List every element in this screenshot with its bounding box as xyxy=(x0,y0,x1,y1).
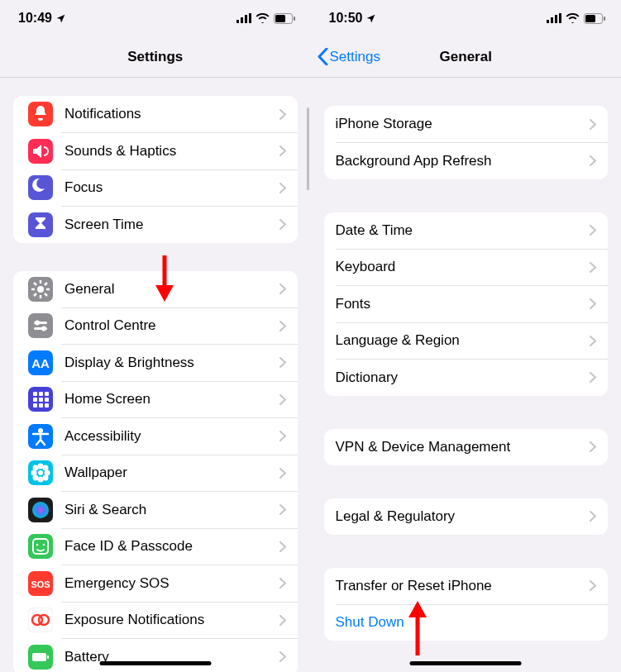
wifi-icon xyxy=(566,13,580,23)
status-time: 10:49 xyxy=(18,11,52,26)
chevron-right-icon xyxy=(590,336,596,346)
annotation-arrow-up-icon xyxy=(406,599,429,657)
row-label: Transfer or Reset iPhone xyxy=(336,578,590,594)
status-bar: 10:49 xyxy=(0,0,311,36)
svg-point-46 xyxy=(36,544,39,546)
settings-row-face-id-passcode[interactable]: Face ID & Passcode xyxy=(13,528,298,565)
chevron-left-icon xyxy=(318,48,328,65)
settings-row-accessibility[interactable]: Accessibility xyxy=(13,418,298,455)
cellular-signal-icon xyxy=(547,13,561,23)
general-screen: 10:50 Settings General iPhone StorageBac… xyxy=(311,0,622,672)
chevron-right-icon xyxy=(279,541,286,552)
settings-row-wallpaper[interactable]: Wallpaper xyxy=(13,455,298,491)
settings-row-screen-time[interactable]: Screen Time xyxy=(13,207,298,243)
settings-row-focus[interactable]: Focus xyxy=(13,169,298,206)
general-row-dictionary[interactable]: Dictionary xyxy=(324,360,609,396)
chevron-right-icon xyxy=(279,651,286,662)
home-indicator[interactable] xyxy=(410,661,522,665)
row-label: Emergency SOS xyxy=(64,575,279,592)
general-row-legal-regulatory[interactable]: Legal & Regulatory xyxy=(324,498,609,535)
settings-row-display-brightness[interactable]: AADisplay & Brightness xyxy=(13,345,298,381)
back-button[interactable]: Settings xyxy=(318,48,380,65)
svg-rect-58 xyxy=(551,17,553,23)
svg-rect-25 xyxy=(39,398,43,402)
settings-row-control-centre[interactable]: Control Centre xyxy=(13,307,298,344)
settings-row-battery[interactable]: Battery xyxy=(13,639,298,673)
home-indicator[interactable] xyxy=(99,661,211,665)
row-label: Fonts xyxy=(336,296,590,312)
svg-point-34 xyxy=(38,464,44,469)
general-row-fonts[interactable]: Fonts xyxy=(324,286,609,322)
general-row-keyboard[interactable]: Keyboard xyxy=(324,249,609,285)
row-label: Siri & Search xyxy=(64,502,279,518)
annotation-arrow-down-icon xyxy=(153,254,176,303)
svg-point-39 xyxy=(43,465,49,471)
svg-rect-0 xyxy=(236,20,239,23)
row-label: iPhone Storage xyxy=(336,116,590,132)
chevron-right-icon xyxy=(279,357,286,368)
settings-row-emergency-sos[interactable]: SOSEmergency SOS xyxy=(13,565,298,602)
svg-rect-28 xyxy=(39,403,43,407)
row-label: Screen Time xyxy=(64,217,279,233)
row-label: Date & Time xyxy=(336,222,590,239)
general-row-date-time[interactable]: Date & Time xyxy=(324,212,609,249)
svg-rect-54 xyxy=(32,653,46,661)
general-row-iphone-storage[interactable]: iPhone Storage xyxy=(324,106,609,142)
svg-rect-5 xyxy=(275,15,285,22)
row-label: Home Screen xyxy=(64,391,279,407)
svg-rect-23 xyxy=(45,392,49,396)
svg-rect-24 xyxy=(33,398,37,402)
svg-point-17 xyxy=(41,326,46,331)
wifi-icon xyxy=(256,13,270,23)
status-time: 10:50 xyxy=(329,11,363,26)
svg-rect-62 xyxy=(585,15,595,22)
general-row-language-region[interactable]: Language & Region xyxy=(324,322,609,359)
chevron-right-icon xyxy=(590,225,596,236)
settings-group-2: GeneralControl CentreAADisplay & Brightn… xyxy=(13,271,298,673)
gear-icon xyxy=(28,277,53,302)
moon-icon xyxy=(28,175,53,200)
svg-point-43 xyxy=(32,502,49,518)
general-row-shut-down[interactable]: Shut Down xyxy=(324,604,609,641)
svg-point-35 xyxy=(38,477,44,483)
row-label: Shut Down xyxy=(336,614,597,631)
svg-rect-9 xyxy=(28,175,53,200)
settings-row-home-screen[interactable]: Home Screen xyxy=(13,381,298,417)
settings-row-siri-search[interactable]: Siri & Search xyxy=(13,492,298,528)
general-group-5: Transfer or Reset iPhoneShut Down xyxy=(324,568,609,641)
settings-screen: 10:49 Settings NotificationsSounds & Hap… xyxy=(0,0,311,672)
settings-row-exposure-notifications[interactable]: Exposure Notifications xyxy=(13,602,298,638)
settings-row-sounds-haptics[interactable]: Sounds & Haptics xyxy=(13,133,298,169)
row-label: Notifications xyxy=(64,106,279,122)
row-label: Dictionary xyxy=(336,369,590,386)
row-label: Sounds & Haptics xyxy=(64,143,279,160)
general-row-vpn-device-management[interactable]: VPN & Device Management xyxy=(324,429,609,465)
chevron-right-icon xyxy=(590,298,596,309)
grid-icon xyxy=(28,387,53,412)
svg-point-47 xyxy=(43,544,45,546)
chevron-right-icon xyxy=(590,119,596,130)
face-icon xyxy=(28,534,53,559)
row-label: Legal & Regulatory xyxy=(336,508,590,525)
siri-icon xyxy=(28,498,53,522)
general-row-transfer-or-reset-iphone[interactable]: Transfer or Reset iPhone xyxy=(324,568,609,604)
svg-rect-6 xyxy=(294,17,295,21)
battery-icon xyxy=(28,645,53,670)
settings-row-notifications[interactable]: Notifications xyxy=(13,96,298,132)
chevron-right-icon xyxy=(590,511,596,522)
general-group-1: iPhone StorageBackground App Refresh xyxy=(324,106,609,179)
general-row-background-app-refresh[interactable]: Background App Refresh xyxy=(324,143,609,179)
svg-rect-22 xyxy=(39,392,43,396)
general-list: iPhone StorageBackground App Refresh Dat… xyxy=(311,78,622,672)
svg-rect-3 xyxy=(249,13,251,23)
general-group-2: Date & TimeKeyboardFontsLanguage & Regio… xyxy=(324,212,609,396)
location-arrow-icon xyxy=(365,13,376,24)
svg-point-38 xyxy=(33,465,39,471)
flower-icon xyxy=(28,460,53,485)
svg-point-16 xyxy=(35,321,40,326)
settings-group-1: NotificationsSounds & HapticsFocusScreen… xyxy=(13,96,298,243)
chevron-right-icon xyxy=(279,468,286,479)
svg-point-41 xyxy=(43,475,49,481)
scroll-indicator[interactable] xyxy=(307,107,309,190)
chevron-right-icon xyxy=(279,394,286,405)
